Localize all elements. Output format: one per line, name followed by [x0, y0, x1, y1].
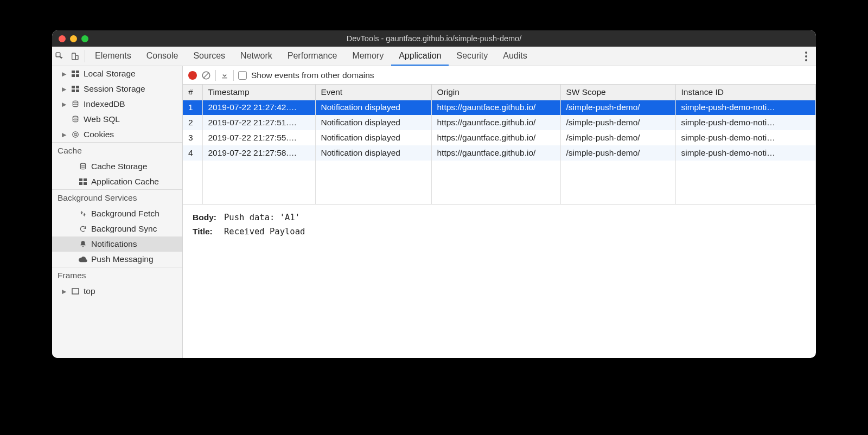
tab-elements[interactable]: Elements: [87, 47, 139, 66]
inspect-element-button[interactable]: [52, 47, 67, 66]
sidebar-item-web-sql[interactable]: Web SQL: [52, 112, 182, 127]
bell-icon: [78, 240, 88, 248]
detail-body-label: Body:: [193, 212, 221, 223]
events-table-wrap: #TimestampEventOriginSW ScopeInstance ID…: [183, 85, 816, 204]
cell-instance: simple-push-demo-noti…: [675, 100, 816, 115]
tab-application[interactable]: Application: [391, 47, 449, 66]
grid-icon: [78, 178, 88, 185]
device-toolbar-button[interactable]: [67, 47, 82, 66]
svg-rect-12: [72, 89, 75, 92]
sidebar-item-label: Application Cache: [91, 177, 159, 187]
db-icon: [78, 163, 88, 170]
kebab-menu-button[interactable]: [796, 47, 816, 66]
sidebar-item-cookies[interactable]: ▶Cookies: [52, 127, 182, 142]
col--[interactable]: #: [183, 85, 202, 100]
sidebar-item-background-sync[interactable]: Background Sync: [52, 221, 182, 236]
tab-memory[interactable]: Memory: [344, 47, 391, 66]
frames-top-item[interactable]: ▶ top: [52, 284, 182, 299]
col-instance-id[interactable]: Instance ID: [675, 85, 816, 100]
toolbar-divider: [233, 70, 234, 81]
sidebar-item-label: Cookies: [84, 130, 114, 139]
cell-event: Notification displayed: [315, 115, 431, 130]
sidebar-item-background-fetch[interactable]: Background Fetch: [52, 206, 182, 221]
sidebar-item-label: Web SQL: [84, 114, 120, 124]
col-timestamp[interactable]: Timestamp: [202, 85, 315, 100]
frames-top-label: top: [84, 286, 95, 296]
sidebar-item-label: Session Storage: [84, 84, 145, 94]
cookie-icon: [71, 131, 80, 138]
cell-ts: 2019-07-22 21:27:58.…: [202, 145, 315, 161]
cell-num: 1: [183, 100, 202, 115]
cell-scope: /simple-push-demo/: [560, 100, 675, 115]
download-button[interactable]: [220, 71, 229, 80]
sidebar-item-session-storage[interactable]: ▶Session Storage: [52, 81, 182, 97]
svg-rect-9: [76, 74, 79, 77]
cell-scope: /simple-push-demo/: [560, 115, 675, 130]
record-button[interactable]: [188, 71, 197, 80]
tabstrip-divider: [85, 50, 85, 62]
clear-button[interactable]: [201, 71, 211, 80]
col-origin[interactable]: Origin: [431, 85, 560, 100]
svg-rect-11: [76, 86, 79, 88]
cell-origin: https://gauntface.github.io/: [431, 100, 560, 115]
cell-ts: 2019-07-22 21:27:51.…: [202, 115, 315, 130]
svg-rect-29: [222, 78, 227, 78]
svg-rect-10: [72, 86, 75, 88]
table-filler: [183, 161, 816, 204]
table-row[interactable]: 22019-07-22 21:27:51.…Notification displ…: [183, 115, 816, 130]
svg-line-28: [204, 73, 209, 78]
cell-scope: /simple-push-demo/: [560, 130, 675, 145]
sidebar-item-label: Background Fetch: [91, 209, 159, 219]
sidebar-item-label: Local Storage: [84, 69, 136, 79]
section-header-frames: Frames: [52, 267, 182, 284]
sidebar-item-indexeddb[interactable]: ▶IndexedDB: [52, 97, 182, 112]
sidebar-item-label: Notifications: [91, 239, 137, 249]
svg-point-19: [75, 135, 75, 136]
svg-rect-1: [72, 53, 76, 60]
tab-console[interactable]: Console: [139, 47, 186, 66]
sidebar-item-label: Cache Storage: [91, 162, 147, 171]
svg-rect-6: [72, 71, 75, 73]
tab-sources[interactable]: Sources: [186, 47, 233, 66]
application-sidebar: ▶Local Storage▶Session Storage▶IndexedDB…: [52, 66, 183, 358]
sidebar-item-notifications[interactable]: Notifications: [52, 236, 182, 252]
fetch-icon: [78, 210, 88, 218]
table-row[interactable]: 12019-07-22 21:27:42.…Notification displ…: [183, 100, 816, 115]
cell-num: 4: [183, 145, 202, 161]
svg-point-3: [805, 52, 807, 54]
col-sw-scope[interactable]: SW Scope: [560, 85, 675, 100]
col-event[interactable]: Event: [315, 85, 431, 100]
frame-icon: [71, 288, 80, 295]
detail-body-value: Push data: 'A1': [224, 212, 300, 223]
grid-icon: [71, 86, 80, 92]
tab-performance[interactable]: Performance: [280, 47, 345, 66]
tab-security[interactable]: Security: [449, 47, 495, 66]
svg-point-4: [805, 55, 807, 57]
db-icon: [71, 100, 80, 108]
chevron-right-icon: ▶: [61, 288, 67, 295]
svg-point-21: [80, 163, 85, 165]
cell-event: Notification displayed: [315, 100, 431, 115]
toolbar-divider: [215, 70, 216, 81]
sidebar-item-local-storage[interactable]: ▶Local Storage: [52, 66, 182, 81]
svg-rect-24: [79, 182, 82, 185]
sidebar-item-push-messaging[interactable]: Push Messaging: [52, 252, 182, 267]
table-row[interactable]: 32019-07-22 21:27:55.…Notification displ…: [183, 130, 816, 145]
events-table: #TimestampEventOriginSW ScopeInstance ID…: [183, 85, 816, 204]
table-row[interactable]: 42019-07-22 21:27:58.…Notification displ…: [183, 145, 816, 161]
cell-origin: https://gauntface.github.io/: [431, 130, 560, 145]
show-other-domains-checkbox[interactable]: [238, 71, 247, 80]
tab-audits[interactable]: Audits: [495, 47, 534, 66]
cell-instance: simple-push-demo-noti…: [675, 130, 816, 145]
svg-point-5: [805, 59, 807, 61]
chevron-right-icon: ▶: [61, 131, 67, 138]
sidebar-item-application-cache[interactable]: Application Cache: [52, 174, 182, 189]
window-title: DevTools - gauntface.github.io/simple-pu…: [52, 34, 816, 43]
tab-network[interactable]: Network: [233, 47, 280, 66]
section-header-bg: Background Services: [52, 190, 182, 206]
detail-title-label: Title:: [193, 226, 221, 237]
sync-icon: [78, 225, 88, 233]
sidebar-item-cache-storage[interactable]: Cache Storage: [52, 159, 182, 174]
workspace: ▶Local Storage▶Session Storage▶IndexedDB…: [52, 66, 816, 358]
svg-rect-25: [84, 182, 87, 185]
